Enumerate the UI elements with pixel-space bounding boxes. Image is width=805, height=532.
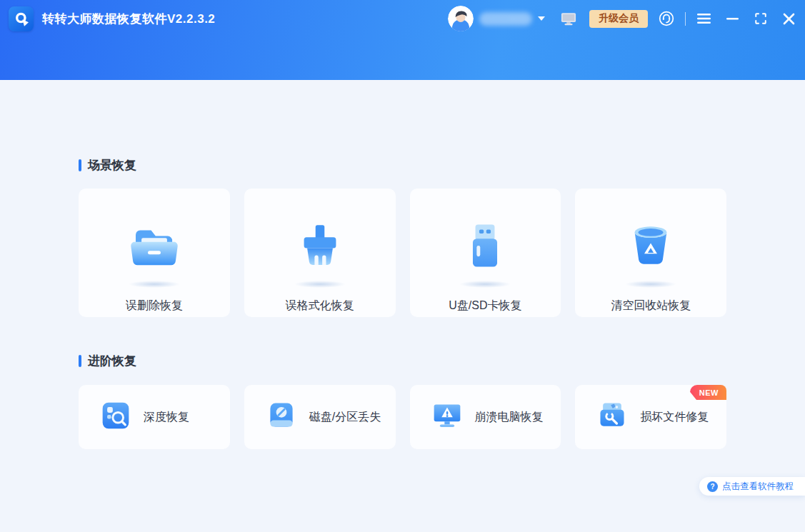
disk-icon <box>266 400 297 434</box>
card-label: 崩溃电脑恢复 <box>475 410 544 425</box>
user-avatar[interactable] <box>448 6 474 31</box>
icon-shadow <box>294 281 346 288</box>
card-file-repair[interactable]: NEW 损坏文件修复 <box>575 385 726 449</box>
tutorial-link[interactable]: ? 点击查看软件教程 <box>699 477 805 496</box>
main-content: 场景恢复 误删除恢复 <box>0 80 805 449</box>
card-label: 损坏文件修复 <box>640 410 709 425</box>
recycle-bin-icon <box>620 215 681 279</box>
card-deep-recovery[interactable]: 深度恢复 <box>79 385 230 449</box>
question-icon: ? <box>707 481 718 492</box>
file-repair-icon <box>596 400 628 434</box>
close-icon[interactable] <box>781 11 796 26</box>
usb-drive-icon <box>454 215 516 279</box>
upgrade-member-button[interactable]: 升级会员 <box>589 10 648 28</box>
section-accent-bar <box>79 159 81 171</box>
minimize-icon[interactable] <box>725 11 740 26</box>
icon-shadow <box>129 281 180 288</box>
chevron-down-icon[interactable] <box>538 16 545 21</box>
titlebar-divider <box>685 12 686 26</box>
tutorial-label: 点击查看软件教程 <box>722 481 794 493</box>
titlebar: 转转大师数据恢复软件V2.2.3.2 ···· <box>0 0 805 37</box>
deep-scan-icon <box>100 400 131 434</box>
app-logo-icon <box>9 6 34 31</box>
section-title-text: 场景恢复 <box>88 157 136 174</box>
scenario-card-grid: 误删除恢复 误格式化恢复 <box>79 189 726 317</box>
card-recycle-bin-recovery[interactable]: 清空回收站恢复 <box>575 189 726 317</box>
format-brush-icon <box>289 215 351 279</box>
advanced-card-grid: 深度恢复 磁盘/分区丢失 <box>79 385 726 449</box>
crashed-pc-icon <box>431 400 463 434</box>
section-title-scenario: 场景恢复 <box>79 157 726 174</box>
card-label: 磁盘/分区丢失 <box>309 410 381 425</box>
header: 转转大师数据恢复软件V2.2.3.2 ···· <box>0 0 805 80</box>
card-label: 深度恢复 <box>144 410 189 425</box>
icon-shadow <box>459 281 511 288</box>
section-accent-bar <box>79 355 81 367</box>
section-title-text: 进阶恢复 <box>88 353 136 369</box>
card-label: U盘/SD卡恢复 <box>449 298 521 313</box>
card-undelete-recovery[interactable]: 误删除恢复 <box>79 189 230 317</box>
username-masked[interactable]: ···· <box>479 12 532 26</box>
card-disk-partition-loss[interactable]: 磁盘/分区丢失 <box>244 385 396 449</box>
screen-icon[interactable] <box>561 12 576 26</box>
app-title: 转转大师数据恢复软件V2.2.3.2 <box>42 11 215 27</box>
new-badge: NEW <box>690 385 726 400</box>
hamburger-menu-icon[interactable] <box>696 11 712 26</box>
card-label: 误删除恢复 <box>126 298 183 313</box>
card-crashed-pc-recovery[interactable]: 崩溃电脑恢复 <box>410 385 561 449</box>
section-title-advanced: 进阶恢复 <box>79 353 726 369</box>
icon-shadow <box>625 281 676 288</box>
card-label: 清空回收站恢复 <box>611 298 691 313</box>
maximize-icon[interactable] <box>753 11 769 26</box>
card-usb-sd-recovery[interactable]: U盘/SD卡恢复 <box>410 189 561 317</box>
card-format-recovery[interactable]: 误格式化恢复 <box>244 189 396 317</box>
card-label: 误格式化恢复 <box>286 298 354 313</box>
customer-service-icon[interactable] <box>658 10 675 27</box>
folder-icon <box>124 215 185 279</box>
titlebar-right: ···· 升级会员 <box>448 6 796 31</box>
